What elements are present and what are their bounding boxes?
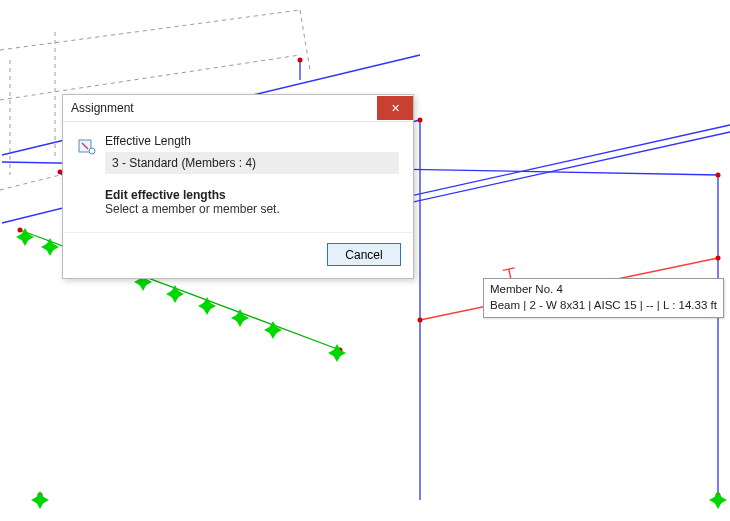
dialog-titlebar[interactable]: Assignment ✕ — [63, 95, 413, 122]
instruction-subtext: Select a member or member set. — [105, 202, 399, 216]
svg-point-38 — [89, 148, 95, 154]
assignment-dialog: Assignment ✕ Effective Length 3 - Standa… — [62, 94, 414, 279]
svg-point-20 — [298, 58, 303, 63]
svg-point-31 — [716, 493, 721, 498]
svg-point-29 — [716, 256, 721, 261]
svg-line-0 — [0, 10, 300, 50]
instruction-heading: Edit effective lengths — [105, 188, 399, 202]
svg-point-30 — [38, 493, 43, 498]
svg-point-22 — [716, 173, 721, 178]
cancel-button[interactable]: Cancel — [327, 243, 401, 266]
tooltip-member-details: Beam | 2 - W 8x31 | AISC 15 | -- | L : 1… — [490, 298, 717, 314]
svg-point-21 — [418, 118, 423, 123]
svg-point-28 — [418, 318, 423, 323]
tooltip-member-number: Member No. 4 — [490, 282, 717, 298]
effective-length-icon — [77, 136, 97, 156]
close-button[interactable]: ✕ — [377, 96, 413, 120]
member-tooltip: Member No. 4 Beam | 2 - W 8x31 | AISC 15… — [483, 278, 724, 318]
close-icon: ✕ — [391, 103, 400, 114]
dialog-title: Assignment — [71, 101, 134, 115]
svg-line-4 — [0, 175, 60, 190]
svg-point-27 — [338, 348, 343, 353]
section-title: Effective Length — [105, 134, 399, 148]
effective-length-list-item[interactable]: 3 - Standard (Members : 4) — [105, 152, 399, 174]
svg-point-25 — [18, 228, 23, 233]
